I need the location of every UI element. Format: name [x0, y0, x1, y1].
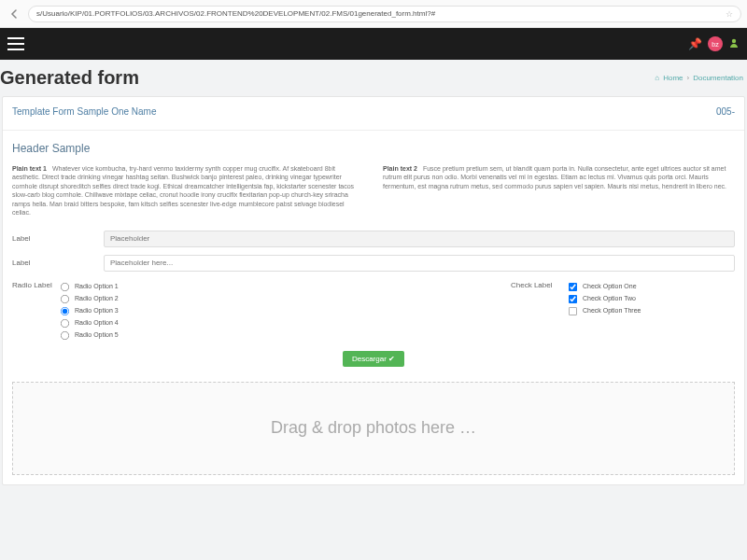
user-badge[interactable]: bz: [708, 36, 723, 51]
download-button[interactable]: Descargar ✔: [343, 351, 404, 367]
breadcrumb-home[interactable]: Home: [663, 74, 683, 82]
radio-option[interactable]: Radio Option 5: [59, 329, 119, 342]
plain-text-1-label: Plain text 1: [12, 165, 47, 172]
plain-text-1-body: Whatever vice kombucha, try-hard venmo t…: [12, 165, 354, 216]
back-icon[interactable]: [6, 6, 22, 22]
photo-dropzone[interactable]: Drag & drop photos here …: [12, 382, 735, 475]
breadcrumb-documentation[interactable]: Documentation: [693, 74, 743, 82]
section-header: Header Sample: [3, 131, 744, 161]
radio-option[interactable]: Radio Option 1: [59, 281, 119, 293]
template-code: 005-: [716, 106, 735, 117]
radio-options: Radio Option 1 Radio Option 2 Radio Opti…: [59, 281, 119, 342]
check-label: Check Label: [511, 281, 567, 342]
check-option[interactable]: Check Option Three: [567, 305, 641, 317]
radio-label: Radio Label: [12, 281, 59, 342]
template-name: Template Form Sample One Name: [12, 106, 157, 117]
form-panel: Template Form Sample One Name 005- Heade…: [2, 96, 745, 485]
check-option[interactable]: Check Option Two: [567, 293, 641, 305]
download-button-label: Descargar: [352, 355, 387, 363]
input-2[interactable]: [104, 255, 735, 272]
radio-option[interactable]: Radio Option 2: [59, 293, 119, 305]
browser-chrome: s/Usuario/KIP/01.PORTFOLIOS/03.ARCHIVOS/…: [0, 0, 747, 28]
url-text: s/Usuario/KIP/01.PORTFOLIOS/03.ARCHIVOS/…: [36, 9, 435, 18]
user-icon[interactable]: [728, 37, 740, 51]
radio-option[interactable]: Radio Option 3: [59, 305, 119, 317]
app-topbar: 📌 bz: [0, 28, 747, 60]
check-options: Check Option One Check Option Two Check …: [567, 281, 641, 342]
input-2-label: Label: [12, 259, 96, 267]
home-icon[interactable]: ⌂: [655, 74, 659, 82]
plain-text-2-body: Fusce pretium pretium sem, ut blandit qu…: [383, 165, 726, 189]
svg-point-0: [732, 38, 736, 42]
bookmark-star-icon[interactable]: ☆: [726, 9, 733, 19]
address-bar[interactable]: s/Usuario/KIP/01.PORTFOLIOS/03.ARCHIVOS/…: [28, 6, 741, 22]
pin-icon[interactable]: 📌: [688, 37, 702, 50]
plain-text-1: Plain text 1 Whatever vice kombucha, try…: [12, 164, 364, 217]
input-1[interactable]: [104, 231, 735, 247]
dropzone-text: Drag & drop photos here …: [271, 418, 476, 438]
input-1-label: Label: [12, 234, 96, 243]
breadcrumb: ⌂ Home › Documentation: [655, 74, 743, 82]
page-title: Generated form: [0, 67, 139, 89]
radio-option[interactable]: Radio Option 4: [59, 317, 119, 329]
hamburger-menu-icon[interactable]: [7, 37, 24, 50]
check-option[interactable]: Check Option One: [567, 281, 641, 293]
plain-text-2-label: Plain text 2: [383, 165, 417, 172]
plain-text-2: Plain text 2 Fusce pretium pretium sem, …: [383, 164, 735, 217]
